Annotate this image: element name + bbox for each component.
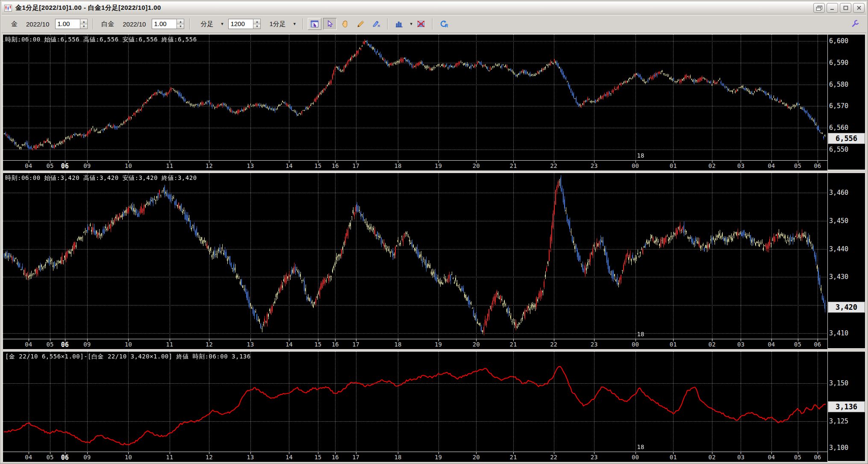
x-tick-mark bbox=[209, 452, 209, 454]
platinum-chart-canvas[interactable] bbox=[3, 173, 827, 339]
pencil-button[interactable] bbox=[354, 18, 368, 30]
x-tick-label: 01 bbox=[670, 454, 677, 461]
x-tick-label: 13 bbox=[247, 454, 254, 461]
spread-chart-panel: [金 22/10 6,556×1.00]-[白金 22/10 3,420×1.0… bbox=[3, 351, 865, 461]
remove-chart-button[interactable] bbox=[414, 18, 428, 30]
x-tick-mark bbox=[289, 339, 289, 341]
spin-up-icon[interactable]: ▲ bbox=[177, 19, 184, 24]
x-tick-label: 06 bbox=[61, 454, 69, 461]
x-tick-label: 04 bbox=[768, 162, 775, 169]
x-tick-mark bbox=[170, 452, 170, 454]
gold-y-axis: 6,556 6,6006,5906,5806,5706,5606,550 bbox=[827, 35, 865, 170]
x-tick-label: 18 bbox=[394, 454, 402, 461]
spread-current-price-label: 3,136 bbox=[828, 401, 865, 412]
x-tick-label: 04 bbox=[25, 454, 32, 461]
x-tick-label: 05 bbox=[47, 454, 54, 461]
x-tick-label: 00 bbox=[632, 341, 639, 348]
gold-chart-canvas[interactable] bbox=[3, 35, 827, 160]
x-tick-mark bbox=[29, 339, 29, 341]
x-tick-label: 05 bbox=[47, 341, 54, 348]
x-tick-label: 01 bbox=[670, 341, 677, 348]
x-tick-label: 22 bbox=[550, 341, 557, 348]
spin-up-icon[interactable]: ▲ bbox=[80, 19, 87, 24]
x-tick-label: 19 bbox=[435, 454, 442, 461]
x-tick-label: 19 bbox=[435, 341, 442, 348]
x-tick-label: 11 bbox=[166, 162, 173, 169]
spread-chart-canvas[interactable] bbox=[3, 352, 827, 452]
interval-label: 分足 bbox=[200, 20, 213, 28]
x-tick-label: 17 bbox=[352, 162, 359, 169]
x-tick-mark bbox=[170, 339, 170, 341]
pan-hand-button[interactable] bbox=[338, 18, 352, 30]
spread-y-axis: 3,136 3,1503,1253,100 bbox=[827, 352, 865, 461]
select-cursor-button[interactable] bbox=[323, 18, 337, 30]
x-tick-label: 06 bbox=[814, 454, 821, 461]
x-tick-label: 04 bbox=[25, 162, 32, 169]
x-tick-mark bbox=[87, 339, 88, 341]
x-tick-label: 03 bbox=[737, 341, 744, 348]
settings-button[interactable] bbox=[848, 18, 862, 30]
bar-count-value[interactable]: 1200 bbox=[228, 19, 253, 29]
close-button[interactable] bbox=[853, 3, 865, 13]
chart-type-button[interactable] bbox=[392, 18, 406, 30]
gold-month-label: 2022/10 bbox=[26, 21, 49, 28]
platinum-multiplier-value[interactable]: 1.00 bbox=[152, 19, 177, 29]
x-tick-label: 05 bbox=[794, 341, 801, 348]
x-tick-mark bbox=[818, 339, 818, 341]
spin-down-icon[interactable]: ▼ bbox=[253, 24, 260, 29]
marker-button[interactable] bbox=[369, 18, 383, 30]
minimize-button[interactable] bbox=[827, 3, 838, 13]
gold-x-axis: 0405060910111213141516171819202122230001… bbox=[3, 160, 827, 170]
x-tick-mark bbox=[594, 339, 594, 341]
x-tick-mark bbox=[438, 339, 439, 341]
x-tick-mark bbox=[128, 339, 129, 341]
x-tick-mark bbox=[673, 452, 674, 454]
gold-multiplier-value[interactable]: 1.00 bbox=[55, 19, 80, 29]
x-tick-mark bbox=[289, 452, 289, 454]
x-tick-label: 06 bbox=[61, 162, 69, 170]
x-tick-mark bbox=[87, 452, 88, 454]
chart-type-dropdown-arrow-icon[interactable]: ▼ bbox=[409, 22, 413, 26]
cascade-windows-button[interactable] bbox=[813, 3, 825, 13]
x-tick-label: 06 bbox=[814, 162, 821, 169]
x-tick-label: 09 bbox=[83, 341, 91, 348]
dropdown-arrow-icon: ▼ bbox=[293, 22, 297, 26]
x-tick-mark bbox=[398, 161, 398, 163]
x-tick-label: 21 bbox=[510, 162, 517, 169]
x-tick-mark bbox=[50, 339, 50, 341]
y-tick-label: 6,550 bbox=[829, 146, 848, 153]
x-tick-label: 18 bbox=[394, 341, 402, 348]
x-tick-mark bbox=[636, 161, 636, 163]
x-tick-mark bbox=[128, 161, 129, 163]
window-controls bbox=[813, 3, 865, 13]
select-cursor-icon bbox=[326, 20, 334, 28]
x-tick-label: 14 bbox=[285, 341, 293, 348]
y-tick-label: 3,460 bbox=[829, 189, 848, 197]
x-tick-label: 06 bbox=[61, 341, 69, 349]
x-tick-mark bbox=[209, 339, 209, 341]
maximize-button[interactable] bbox=[840, 3, 851, 13]
platinum-multiplier-spinner[interactable]: 1.00 ▲ ▼ bbox=[152, 19, 184, 29]
refresh-button[interactable]: R bbox=[437, 18, 451, 30]
x-tick-label: 09 bbox=[83, 162, 91, 169]
interval-dropdown[interactable]: 分足 ▼ bbox=[196, 20, 224, 28]
x-tick-mark bbox=[798, 161, 798, 163]
chart-cursor-icon bbox=[310, 20, 319, 28]
spin-down-icon[interactable]: ▼ bbox=[177, 24, 184, 29]
x-tick-mark bbox=[798, 339, 798, 341]
x-tick-label: 16 bbox=[332, 454, 339, 461]
x-tick-mark bbox=[513, 161, 514, 163]
timeframe-dropdown[interactable]: 1分足 ▼ bbox=[265, 20, 296, 28]
x-tick-label: 20 bbox=[473, 162, 480, 169]
chart-cursor-button[interactable] bbox=[308, 18, 321, 30]
title-bar: 金1分足[2022/10]1.00 - 白金1分足[2022/10]1.00 bbox=[2, 2, 866, 15]
spin-down-icon[interactable]: ▼ bbox=[80, 24, 87, 29]
gold-multiplier-spinner[interactable]: 1.00 ▲ ▼ bbox=[55, 19, 88, 29]
spin-up-icon[interactable]: ▲ bbox=[253, 19, 260, 24]
x-tick-mark bbox=[741, 339, 741, 341]
x-tick-mark bbox=[636, 452, 636, 454]
x-tick-mark bbox=[712, 161, 712, 163]
x-tick-label: 10 bbox=[125, 454, 132, 461]
bar-count-spinner[interactable]: 1200 ▲ ▼ bbox=[228, 19, 261, 29]
x-tick-mark bbox=[771, 161, 772, 163]
